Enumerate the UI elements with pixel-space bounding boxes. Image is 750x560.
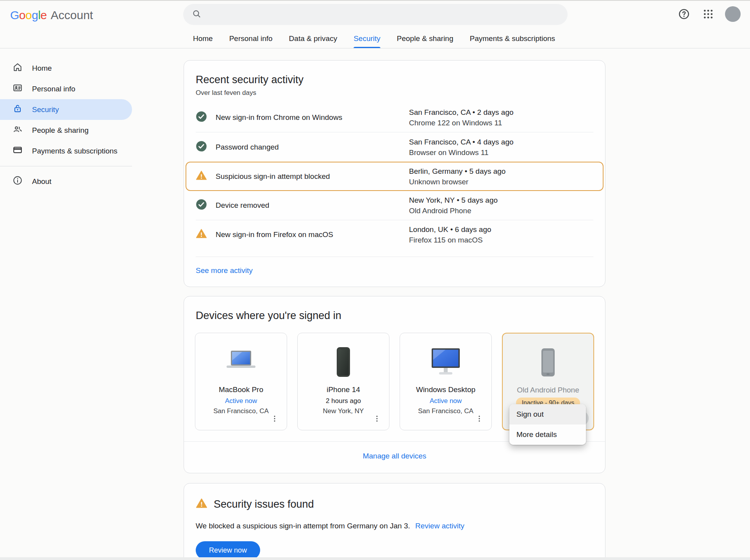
activity-row-detail-2: Chrome 122 on Windows 11: [409, 118, 593, 128]
check-circle-icon: [196, 199, 207, 212]
lock-icon: [12, 103, 23, 116]
activity-row-detail-1: Berlin, Germany • 5 days ago: [409, 166, 593, 177]
device-name: Windows Desktop: [400, 385, 491, 394]
activity-row-detail-2: Old Android Phone: [409, 205, 593, 216]
phone-illustration: [298, 343, 389, 381]
google-account-security-page: Google Account Home Personal info Data &…: [0, 0, 750, 560]
sidebar: Home Personal info Security People & sha…: [0, 58, 132, 192]
device-name: iPhone 14: [298, 385, 389, 394]
devices-card-title: Devices where you're signed in: [196, 310, 605, 322]
manage-all-devices-link[interactable]: Manage all devices: [363, 452, 427, 460]
device-card-windows-desktop[interactable]: Windows Desktop Active now San Francisco…: [400, 333, 492, 430]
activity-row[interactable]: Device removed New York, NY • 5 days ago…: [196, 191, 593, 220]
tab-security[interactable]: Security: [354, 34, 380, 48]
header-actions: [677, 6, 741, 22]
device-status: Active now: [400, 397, 491, 405]
sidebar-divider: [0, 166, 132, 166]
sidebar-item-about[interactable]: About: [0, 171, 132, 192]
search-input[interactable]: [183, 4, 568, 25]
activity-row-detail-1: San Francisco, CA • 2 days ago: [409, 107, 593, 118]
sidebar-item-label: People & sharing: [32, 126, 89, 135]
sidebar-item-label: Home: [32, 64, 52, 73]
sidebar-item-payments-subscriptions[interactable]: Payments & subscriptions: [0, 141, 132, 161]
menu-item-more-details[interactable]: More details: [509, 424, 586, 445]
activity-row-detail-1: San Francisco, CA • 4 days ago: [409, 137, 593, 147]
tab-home[interactable]: Home: [193, 34, 213, 48]
people-icon: [12, 124, 23, 136]
activity-row-flagged[interactable]: Suspicious sign-in attempt blocked Berli…: [186, 162, 604, 191]
info-icon: [12, 175, 23, 187]
sidebar-item-label: Payments & subscriptions: [32, 147, 118, 155]
apps-grid-icon[interactable]: [701, 7, 716, 21]
device-context-menu: Sign out More details: [509, 404, 586, 445]
sidebar-item-label: Security: [32, 105, 59, 114]
sidebar-item-label: Personal info: [32, 85, 75, 93]
check-circle-icon: [196, 111, 207, 124]
review-activity-link[interactable]: Review activity: [415, 522, 464, 530]
activity-row-label: Device removed: [216, 201, 269, 210]
warning-icon: [196, 228, 207, 241]
tab-personal-info[interactable]: Personal info: [229, 34, 273, 48]
activity-row-label: Suspicious sign-in attempt blocked: [216, 172, 330, 181]
recent-security-activity-card: Recent security activity Over last feven…: [184, 60, 605, 287]
desktop-illustration: [400, 343, 491, 381]
security-issues-card: Security issues found We blocked a suspi…: [184, 483, 605, 560]
device-status: 2 hours ago: [298, 397, 389, 405]
gray-phone-illustration: [503, 344, 593, 381]
id-card-icon: [12, 83, 23, 95]
top-navigation-tabs: Home Personal info Data & privacy Securi…: [193, 34, 555, 48]
warning-icon: [196, 170, 207, 183]
main-content: Recent security activity Over last feven…: [184, 60, 605, 560]
activity-row[interactable]: New sign-in from Chrome on Windows San F…: [196, 103, 593, 132]
activity-row-detail-1: London, UK • 6 days ago: [409, 224, 593, 235]
activity-row[interactable]: Password changed San Francisco, CA • 4 d…: [196, 132, 593, 162]
activity-card-subtitle: Over last feven days: [196, 89, 593, 97]
issues-body-text: We blocked a suspicious sign-in attempt …: [196, 522, 410, 530]
menu-item-sign-out[interactable]: Sign out: [509, 404, 586, 424]
activity-rows: New sign-in from Chrome on Windows San F…: [196, 103, 593, 250]
credit-card-icon: [12, 145, 23, 157]
page-bottom-strip: [0, 557, 750, 560]
devices-card: Devices where you're signed in MacBook P…: [184, 296, 605, 473]
activity-row-detail-2: Browser on Windows 11: [409, 147, 593, 158]
sidebar-item-personal-info[interactable]: Personal info: [0, 78, 132, 99]
activity-row-label: Password changed: [216, 143, 279, 152]
sidebar-item-home[interactable]: Home: [0, 58, 132, 78]
sidebar-item-label: About: [32, 177, 52, 186]
sidebar-item-people-sharing[interactable]: People & sharing: [0, 120, 132, 141]
activity-row-detail-2: Firefox 115 on macOS: [409, 235, 593, 245]
activity-row-label: New sign-in from Chrome on Windows: [216, 113, 342, 122]
see-more-activity-link[interactable]: See more activity: [196, 266, 253, 275]
review-now-button[interactable]: Review now: [196, 541, 260, 559]
device-more-options-icon[interactable]: [267, 411, 282, 426]
header-divider: [0, 48, 750, 48]
device-more-options-icon[interactable]: [472, 411, 487, 426]
search-icon: [192, 9, 201, 20]
warning-icon: [196, 498, 207, 511]
tab-people-sharing[interactable]: People & sharing: [397, 34, 454, 48]
device-card-iphone-14[interactable]: iPhone 14 2 hours ago New York, NY: [297, 333, 389, 430]
activity-row-label: New sign-in from Firefox on macOS: [216, 230, 333, 239]
activity-row-detail-2: Unknown browser: [409, 177, 593, 187]
google-account-logo: Google Account: [10, 9, 93, 22]
device-name: MacBook Pro: [195, 385, 287, 394]
issues-title: Security issues found: [214, 498, 314, 510]
home-icon: [12, 62, 23, 74]
avatar[interactable]: [725, 6, 741, 22]
activity-card-title: Recent security activity: [196, 74, 593, 86]
tab-payments-subscriptions[interactable]: Payments & subscriptions: [470, 34, 555, 48]
product-name: Account: [51, 9, 93, 22]
device-status: Active now: [195, 397, 287, 405]
google-wordmark: Google: [10, 9, 47, 22]
activity-row[interactable]: New sign-in from Firefox on macOS London…: [196, 220, 593, 250]
device-name: Old Android Phone: [503, 386, 593, 394]
device-card-macbook-pro[interactable]: MacBook Pro Active now San Francisco, CA: [195, 333, 287, 430]
help-icon[interactable]: [677, 7, 691, 21]
tab-data-privacy[interactable]: Data & privacy: [289, 34, 338, 48]
window-top-edge: [0, 0, 750, 1]
activity-row-detail-1: New York, NY • 5 days ago: [409, 195, 593, 205]
device-more-options-icon[interactable]: [370, 411, 384, 426]
sidebar-item-security[interactable]: Security: [0, 99, 132, 120]
check-circle-icon: [196, 141, 207, 154]
laptop-illustration: [195, 343, 287, 381]
